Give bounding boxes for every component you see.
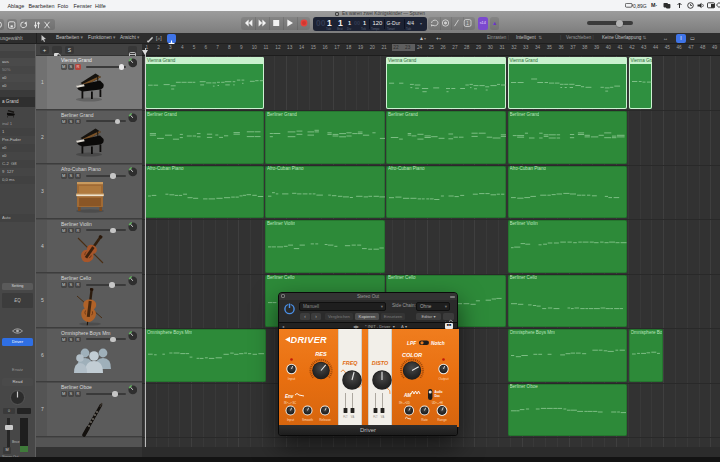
svg-text:Output: Output [438, 377, 448, 381]
svg-text:FLT: FLT [343, 415, 348, 419]
svg-text:Input: Input [288, 377, 296, 381]
svg-text:AM: AM [403, 393, 411, 398]
svg-text:DISTO: DISTO [372, 360, 389, 366]
svg-text:IN•—•UD: IN•—•UD [399, 401, 410, 405]
svg-text:UD•—•HI: UD•—•HI [432, 401, 443, 405]
svg-text:Input: Input [287, 418, 294, 422]
svg-text:DRIVER: DRIVER [291, 335, 328, 345]
svg-text:LPF: LPF [407, 341, 417, 346]
svg-text:FLT: FLT [373, 415, 378, 419]
svg-text:VA: VA [381, 415, 385, 419]
svg-text:FREQ: FREQ [343, 360, 359, 366]
svg-text:VA: VA [351, 415, 355, 419]
svg-text:COLOR: COLOR [402, 352, 422, 358]
svg-text:Rate: Rate [421, 418, 428, 422]
svg-text:Notch: Notch [431, 341, 445, 346]
svg-text:Env: Env [285, 394, 294, 399]
svg-text:Doc: Doc [435, 394, 441, 398]
svg-text:Range: Range [437, 418, 447, 422]
svg-text:IN •—• SC: IN •—• SC [284, 401, 296, 405]
svg-text:Release: Release [319, 418, 331, 422]
svg-text:Smooth: Smooth [302, 418, 313, 422]
svg-text:RES: RES [315, 351, 327, 357]
svg-text:1: 1 [466, 21, 469, 26]
